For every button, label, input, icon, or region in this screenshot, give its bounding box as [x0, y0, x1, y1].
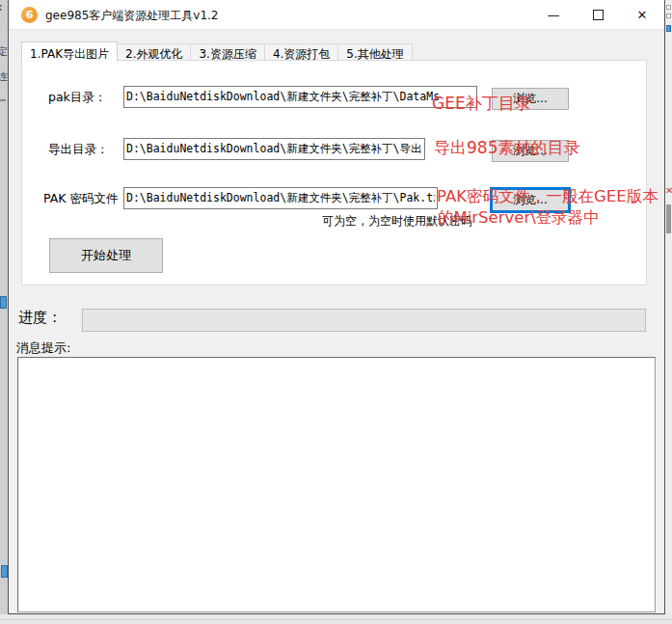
tab-pack[interactable]: 4.资源打包: [265, 43, 338, 61]
window-title: gee985客户端资源处理工具v1.2: [45, 8, 218, 24]
export-dir-browse-button[interactable]: 浏览...: [492, 140, 569, 162]
background-blue-box: [666, 25, 671, 32]
tab-strip: 1.PAK导出图片 2.外观优化 3.资源压缩 4.资源打包 5.其他处理: [21, 41, 413, 61]
maximize-button[interactable]: [576, 0, 620, 30]
background-scrollbar-thumb: [666, 204, 671, 233]
tab-other[interactable]: 5.其他处理: [338, 43, 412, 61]
background-checkbox-icon: [666, 5, 671, 10]
background-red-mark: ✕: [665, 186, 672, 196]
password-file-browse-button[interactable]: 浏览...: [492, 189, 569, 211]
background-dash: [0, 99, 6, 101]
background-close-icon: ✕: [0, 3, 3, 14]
background-blue-chip: [1, 565, 8, 578]
pak-dir-browse-button[interactable]: 浏览...: [492, 88, 569, 110]
start-process-button[interactable]: 开始处理: [49, 238, 163, 273]
background-divider: [0, 619, 672, 620]
app-logo-icon: 6: [21, 7, 38, 23]
message-output-box[interactable]: [17, 357, 656, 612]
message-label: 消息提示:: [16, 339, 70, 357]
background-checkbox-icon: [666, 14, 671, 18]
close-button[interactable]: ✕: [620, 0, 664, 30]
export-dir-input[interactable]: [123, 138, 425, 160]
minimize-button[interactable]: —: [531, 0, 576, 30]
password-file-label: PAK 密码文件：: [43, 191, 130, 207]
background-window-right-sliver: ✕: [665, 0, 672, 624]
window-controls: — ✕: [531, 0, 664, 30]
close-icon: ✕: [637, 8, 648, 22]
background-glyph: 连: [0, 71, 8, 82]
tab-page-pak-export: pak目录： 浏览... 导出目录： 浏览... PAK 密码文件： 浏览...…: [21, 60, 647, 285]
maximize-icon: [593, 10, 604, 20]
background-window-left-sliver: ✕ 定 连: [0, 0, 8, 624]
tab-pak-export[interactable]: 1.PAK导出图片: [21, 41, 118, 62]
progress-bar: [82, 309, 646, 332]
background-blue-chip: [0, 296, 7, 309]
progress-label: 进度：: [18, 309, 62, 327]
pak-dir-input[interactable]: [123, 86, 477, 108]
password-file-input[interactable]: [123, 187, 438, 209]
app-window: 6 gee985客户端资源处理工具v1.2 — ✕ 1.PAK导出图片 2.外观…: [8, 0, 665, 614]
tab-appearance[interactable]: 2.外观优化: [118, 43, 191, 61]
background-glyph: 定: [0, 46, 8, 57]
screen: ✕ 定 连 ✕ 6 gee985客户端资源处理工具v1.2 — ✕ 1.PAK导…: [0, 0, 672, 624]
minimize-icon: —: [548, 8, 560, 22]
titlebar[interactable]: 6 gee985客户端资源处理工具v1.2 — ✕: [9, 0, 664, 30]
password-hint: 可为空，为空时使用默认密码: [322, 213, 472, 230]
export-dir-label: 导出目录：: [48, 142, 109, 158]
tab-compress[interactable]: 3.资源压缩: [191, 43, 264, 61]
pak-dir-label: pak目录：: [48, 90, 106, 106]
